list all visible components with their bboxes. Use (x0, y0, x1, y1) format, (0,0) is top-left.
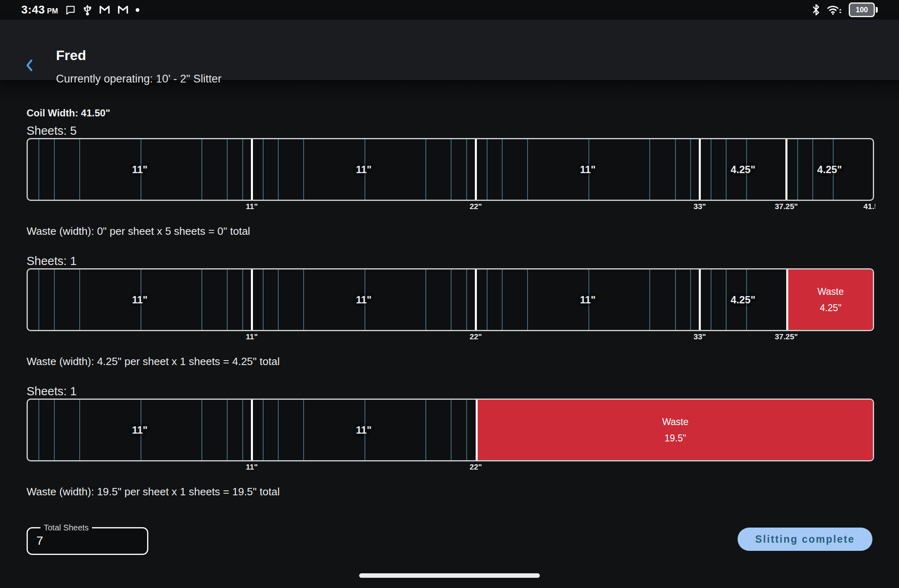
content: Coil Width: 41.50" Sheets: 511"11"11"4.2… (0, 80, 899, 588)
axis-ticks: 11"22"33"37.25"41.5" (27, 201, 875, 214)
segment-width-label: 4.25" (731, 294, 756, 306)
cut-guide-line (242, 139, 243, 200)
waste-summary-text: Waste (width): 4.25" per sheet x 1 sheet… (27, 355, 875, 368)
cut-guide-line (675, 139, 676, 200)
cut-guide-line (726, 139, 727, 200)
tick-label: 11" (246, 202, 258, 211)
cut-guide-line (242, 270, 243, 330)
tick-label: 37.25" (775, 332, 798, 341)
battery-percent: 100 (856, 6, 868, 14)
cut-guide-line (487, 139, 488, 200)
cut-guide-line (425, 139, 426, 200)
tick-label: 41.5" (863, 202, 875, 211)
coil-diagram: 11"11"11"4.25"Waste4.25" (27, 268, 874, 331)
cut-guide-line (201, 270, 202, 330)
cut-guide-line (690, 270, 691, 330)
chevron-left-icon (23, 58, 36, 73)
footer: Total Sheets Slitting complete (27, 523, 872, 555)
waste-label: 19.5" (664, 433, 686, 443)
cut-guide-line (797, 139, 798, 200)
slitter-app: 3:43PM (0, 0, 899, 588)
cut-guide-line (711, 270, 711, 330)
status-bar-left: 3:43PM (21, 3, 139, 16)
total-sheets-input[interactable] (36, 533, 135, 548)
cut-guide-line (425, 270, 426, 330)
cut-guide-line (54, 270, 55, 330)
cut-guide-line (278, 270, 279, 330)
cut-guide-line (466, 400, 467, 460)
back-button[interactable] (21, 57, 38, 74)
cut-guide-line (38, 270, 39, 330)
cut-guide-line (263, 270, 264, 330)
cut-guide-line (227, 270, 228, 330)
cut-boundary-line (785, 139, 787, 200)
cut-guide-line (201, 139, 202, 200)
cut-guide-line (303, 400, 304, 460)
notification-dot-icon (136, 8, 139, 12)
cut-guide-line (278, 139, 279, 200)
coil-diagram: 11"11"Waste19.5" (27, 399, 874, 461)
tick-label: 22" (470, 202, 482, 211)
cut-guide-line (79, 139, 80, 200)
total-sheets-label: Total Sheets (40, 523, 92, 532)
tick-label: 11" (246, 463, 258, 472)
cut-boundary-line (251, 139, 253, 200)
tick-label: 37.25" (775, 202, 798, 211)
cut-guide-line (79, 270, 80, 330)
cut-guide-line (451, 400, 452, 460)
header: Fred Currently operating: 10' - 2" Slitt… (0, 20, 899, 80)
gmail-icon (99, 5, 110, 15)
cut-guide-line (303, 139, 304, 200)
waste-region: Waste19.5" (476, 400, 873, 460)
usb-icon (83, 4, 92, 16)
battery-icon: 100 (849, 2, 878, 17)
segment-width-label: 11" (132, 424, 148, 436)
segment-width-label: 4.25" (731, 164, 756, 176)
segment-width-label: 11" (132, 164, 148, 176)
cut-guide-line (649, 270, 650, 330)
message-icon (65, 4, 76, 16)
page-title: Fred (56, 47, 86, 63)
segment-width-label: 11" (132, 294, 148, 306)
status-bar-right: 100 (812, 2, 878, 17)
segment-width-label: 11" (356, 424, 371, 436)
cut-guide-line (527, 139, 528, 200)
cut-guide-line (466, 139, 467, 200)
waste-label: Waste (817, 287, 843, 297)
segment-width-label: 11" (356, 294, 371, 306)
cut-guide-line (812, 139, 813, 200)
sheets-count-label: Sheets: 1 (27, 384, 875, 399)
status-bar: 3:43PM (0, 0, 899, 20)
wifi-icon (827, 4, 842, 16)
cut-guide-line (242, 400, 243, 460)
slitting-complete-button[interactable]: Slitting complete (738, 528, 872, 551)
total-sheets-field[interactable]: Total Sheets (27, 523, 148, 555)
tick-label: 33" (693, 332, 706, 341)
waste-summary-text: Waste (width): 19.5" per sheet x 1 sheet… (27, 485, 875, 499)
machine-status-subtitle: Currently operating: 10' - 2" Slitter (56, 73, 221, 85)
segment-width-label: 11" (356, 164, 371, 176)
cut-boundary-line (475, 139, 477, 200)
cut-guide-line (451, 270, 452, 330)
cut-guide-line (278, 400, 279, 460)
cut-guide-line (690, 139, 691, 200)
cut-guide-line (711, 139, 711, 200)
home-indicator-handle[interactable] (359, 573, 540, 578)
cut-boundary-line (475, 270, 477, 330)
cut-guide-line (38, 400, 39, 460)
cut-guide-line (303, 270, 304, 330)
segment-width-label: 4.25" (817, 164, 842, 176)
segment-width-label: 11" (580, 294, 595, 306)
coil-diagram: 11"11"11"4.25"4.25" (27, 138, 874, 201)
cut-guide-line (451, 139, 452, 200)
cut-guide-line (726, 270, 727, 330)
sheets-count-label: Sheets: 1 (27, 254, 875, 268)
cut-guide-line (649, 139, 650, 200)
cut-guide-line (425, 400, 426, 460)
cut-guide-line (502, 139, 503, 200)
sheet-plan-section: Sheets: 111"11"11"4.25"Waste4.25"11"22"3… (27, 238, 875, 368)
cut-guide-line (263, 400, 264, 460)
cut-guide-line (527, 270, 528, 330)
cut-guide-line (79, 400, 80, 460)
cut-boundary-line (251, 270, 253, 330)
